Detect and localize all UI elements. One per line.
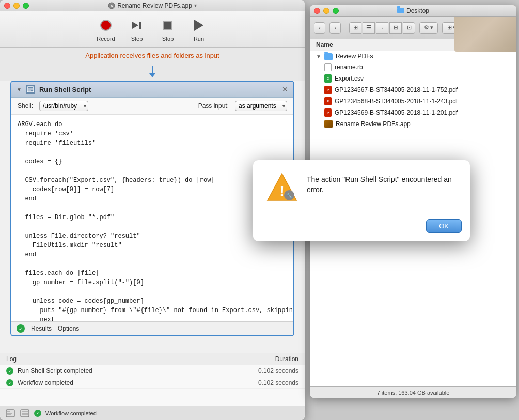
title-chevron: ▾: [194, 3, 197, 8]
finder-item-app[interactable]: Rename Review PDFs.app: [310, 118, 516, 130]
review-pdfs-label: Review PDFs: [336, 53, 373, 60]
finder-title-text: Desktop: [406, 7, 429, 14]
connector-area: [0, 64, 305, 81]
finder-maximize-button[interactable]: [333, 8, 339, 14]
step-label: Step: [131, 36, 143, 42]
options-tab[interactable]: Options: [58, 325, 79, 332]
log-area: Log Duration ✓ Run Shell Script complete…: [0, 353, 305, 420]
run-triangle: [194, 20, 203, 31]
icon-view-button[interactable]: ⊞: [349, 22, 361, 34]
record-icon: [98, 17, 114, 34]
stop-button[interactable]: Stop: [158, 17, 178, 42]
finder-close-button[interactable]: [314, 8, 320, 14]
pass-input-select-wrapper[interactable]: as arguments: [235, 101, 287, 111]
results-tab[interactable]: Results: [31, 325, 52, 332]
shell-label: Shell:: [18, 102, 33, 110]
action-title: Run Shell Script: [39, 86, 278, 94]
step-button[interactable]: Step: [127, 17, 147, 42]
file-icon-export-csv: C: [324, 74, 332, 83]
record-circle: [100, 20, 112, 31]
automator-titlebar: A Rename Review PDFs.app ▾: [0, 0, 305, 11]
file-icon-pdf-3: P: [324, 108, 332, 117]
automator-window-title: Rename Review PDFs.app: [117, 2, 192, 9]
back-button[interactable]: ‹: [314, 22, 325, 34]
column-view-button[interactable]: ⫠: [376, 22, 388, 34]
traffic-lights: [4, 3, 29, 9]
run-button[interactable]: Run: [188, 17, 209, 42]
workflow-hint: Application receives files and folders a…: [0, 48, 305, 64]
code-editor[interactable]: ARGV.each do require 'csv' require 'file…: [11, 115, 293, 321]
results-check-icon: ✓: [17, 324, 25, 333]
pdf-3-label: GP1234569-B-ST344005-2018-11-1-201.pdf: [335, 109, 458, 116]
finder-window-title: Desktop: [397, 7, 429, 14]
record-button[interactable]: Record: [96, 17, 116, 42]
log-label: Log: [6, 355, 17, 363]
app-icon-rename: [324, 120, 333, 128]
status-list-icon: [5, 408, 15, 418]
finder-status-bar: 7 items, 163.04 GB available: [310, 386, 516, 398]
cover-flow-button[interactable]: ⊟: [389, 22, 402, 34]
shell-select-wrapper[interactable]: /usr/bin/ruby: [39, 101, 88, 111]
finder-folder-icon: [397, 8, 404, 13]
log-row-2: ✓ Workflow completed 0.102 seconds: [0, 377, 305, 389]
action-config: Shell: /usr/bin/ruby Pass input: as argu…: [11, 98, 293, 115]
svg-text:A: A: [110, 4, 113, 8]
app-label: Rename Review PDFs.app: [336, 120, 411, 128]
warning-icon-wrapper: ! 🔧: [265, 170, 298, 204]
alert-ok-button[interactable]: OK: [426, 219, 462, 233]
log-entry-1: Run Shell Script completed: [18, 367, 92, 375]
close-button[interactable]: [4, 3, 10, 9]
finder-item-pdf-1[interactable]: P GP1234567-B-ST344005-2018-11-1-752.pdf: [310, 84, 516, 96]
maximize-button[interactable]: [23, 3, 29, 9]
finder-item-export-csv[interactable]: C Export.csv: [310, 73, 516, 84]
action-gear-button[interactable]: ⚙ ▾: [419, 22, 438, 34]
list-view-button[interactable]: ☰: [363, 22, 375, 34]
finder-item-rename-rb[interactable]: rename.rb: [310, 61, 516, 73]
svg-marker-2: [132, 22, 138, 29]
svg-marker-5: [149, 73, 155, 77]
duration-label: Duration: [275, 355, 298, 363]
log-duration-2: 0.102 seconds: [258, 379, 298, 386]
workflow-complete-icon: ✓: [34, 410, 41, 417]
view-buttons: ⊞ ☰ ⫠ ⊟ ⊡: [349, 22, 415, 34]
finder-item-review-pdfs[interactable]: ▼ Review PDFs: [310, 51, 516, 61]
forward-button[interactable]: ›: [329, 22, 341, 34]
action-footer: ✓ Results Options: [11, 321, 293, 335]
log-check-icon-1: ✓: [6, 367, 13, 375]
run-label: Run: [194, 36, 204, 42]
file-icon-pdf-1: P: [324, 86, 332, 94]
status-bar: ✓ Workflow completed: [0, 406, 305, 420]
finder-minimize-button[interactable]: [323, 8, 329, 14]
pass-input-select[interactable]: as arguments: [235, 101, 287, 111]
automator-app-icon: A: [108, 2, 115, 9]
extra-view-button[interactable]: ⊡: [403, 22, 415, 34]
action-close-button[interactable]: ✕: [282, 86, 288, 93]
pass-input-label: Pass input:: [198, 102, 229, 110]
svg-text:!: !: [279, 182, 285, 199]
minimize-button[interactable]: [13, 3, 20, 9]
collapse-arrow[interactable]: ▼: [17, 87, 22, 92]
finder-item-pdf-2[interactable]: P GP1234568-B-ST344005-2018-11-1-243.pdf: [310, 96, 516, 107]
share-icon: ⊞: [447, 24, 452, 31]
connector-svg: [127, 66, 178, 79]
alert-content: ! 🔧 The action "Run Shell Script" encoun…: [253, 160, 470, 214]
record-label: Record: [97, 36, 115, 42]
status-list-icon-2: [20, 408, 30, 418]
step-icon: [129, 17, 145, 34]
alert-footer: OK: [253, 214, 470, 241]
folder-expand-arrow: ▼: [316, 54, 321, 59]
shell-select[interactable]: /usr/bin/ruby: [39, 101, 88, 111]
alert-message: The action "Run Shell Script" encountere…: [307, 175, 458, 195]
action-header: ▼ Run Shell Script ✕: [11, 82, 293, 98]
svg-text:🔧: 🔧: [286, 192, 293, 199]
workflow-status-text: Workflow completed: [45, 410, 97, 416]
automator-toolbar: Record Step Stop Run: [0, 11, 305, 48]
finder-traffic-lights: [314, 8, 339, 14]
finder-titlebar: Desktop: [310, 5, 516, 17]
log-duration-1: 0.102 seconds: [258, 367, 298, 375]
log-row: ✓ Run Shell Script completed 0.102 secon…: [0, 365, 305, 377]
stop-square: [163, 21, 172, 30]
rename-rb-label: rename.rb: [335, 64, 363, 71]
finder-item-pdf-3[interactable]: P GP1234569-B-ST344005-2018-11-1-201.pdf: [310, 107, 516, 118]
alert-text: The action "Run Shell Script" encountere…: [307, 170, 458, 195]
